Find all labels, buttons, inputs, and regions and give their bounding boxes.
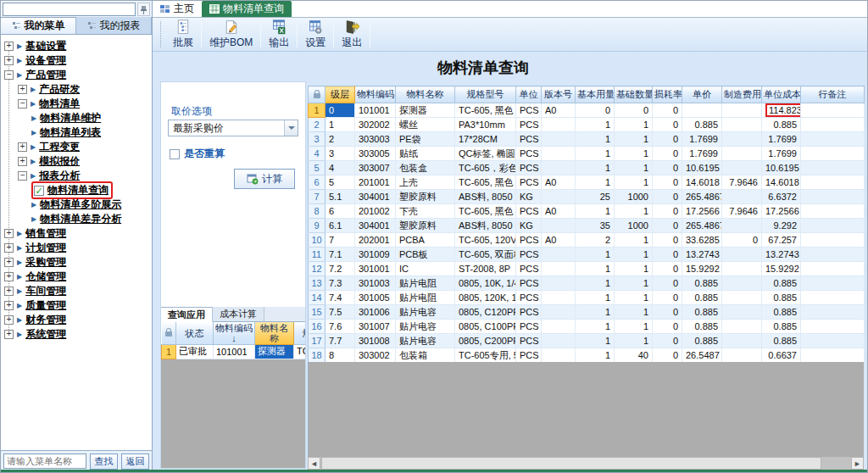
cell[interactable] [542,262,576,276]
row-number-cell[interactable]: 17 [309,334,326,348]
column-header[interactable]: 基础数量 [615,86,653,103]
cell[interactable]: 0 [653,132,682,147]
cell[interactable] [542,161,576,175]
tree-item-label[interactable]: 物料清单多阶展示 [40,198,121,212]
expand-icon[interactable]: + [4,229,14,238]
cell[interactable]: 贴纸 [396,147,455,161]
cell[interactable]: 17.2566 [762,204,801,219]
cell[interactable]: 0805, C100PF [455,320,516,334]
cell[interactable]: 14.6018 [682,175,722,190]
cell[interactable]: 0805, C200PF [455,334,516,348]
cell[interactable]: 0.885 [762,291,801,305]
cell[interactable] [542,190,576,204]
row-number-cell[interactable]: 8 [309,204,326,219]
cell[interactable]: PA3*10mm [455,118,516,132]
cell[interactable]: 13.2743 [762,248,801,262]
cell[interactable]: 15.9292 [682,262,722,276]
table-row[interactable]: 147.4301005贴片电阻0805, 120K, 1/4W,PCS1100.… [309,291,865,305]
cell[interactable] [542,334,576,348]
cell[interactable] [722,291,762,305]
expand-icon[interactable]: + [4,272,14,281]
column-header[interactable]: 单位成本 [762,86,801,103]
cell[interactable]: PCS [516,118,542,132]
cell[interactable]: 114.8234 [762,103,801,118]
recalc-checkbox-row[interactable]: 是否重算 [170,147,225,161]
cell[interactable]: 7 [326,233,355,248]
cell[interactable]: 1000 [615,219,653,233]
expand-icon[interactable]: + [18,142,27,152]
cell[interactable]: 下壳 [396,204,455,219]
cell[interactable]: 301003 [355,276,396,291]
tree-item-label[interactable]: 车间管理 [25,284,66,298]
tree-item-label[interactable]: 物料清单维护 [40,111,101,125]
column-header[interactable]: 物料编码 [355,86,396,103]
row-number-cell[interactable]: 1 [309,103,326,118]
column-header[interactable]: 物料编码 ↓ [214,322,255,344]
cell[interactable]: 1000 [615,190,653,204]
tree-item[interactable]: +▶模拟报价 [1,154,152,169]
sidebar-tab-my-reports[interactable]: 我的报表 [76,17,152,34]
cell[interactable]: 0 [653,190,682,204]
cell[interactable]: 0 [653,118,682,132]
tree-item[interactable]: ▶物料清单差异分析 [1,212,152,226]
cell[interactable]: PCS [516,103,542,118]
cell[interactable]: PCS [516,305,542,320]
tree-item[interactable]: ▶物料清单维护 [1,111,152,125]
collapse-icon[interactable]: − [18,171,27,181]
column-header[interactable]: 制造费用 [722,86,762,103]
cell[interactable]: 塑胶原料 [396,190,455,204]
column-header[interactable]: 损耗率 [653,86,682,103]
table-row[interactable]: 43303005贴纸QC标签, 椭圆形PCS1101.76991.7699 [309,147,865,161]
cell[interactable] [722,103,762,118]
cell[interactable]: PCS [516,175,542,190]
find-button[interactable]: 查找 [90,454,118,470]
tree-item-label[interactable]: 产品研发 [39,82,80,97]
cell[interactable]: A0 [542,204,576,219]
expand-icon[interactable]: + [4,315,14,325]
recalc-checkbox[interactable] [170,149,180,159]
cell[interactable]: 贴片电容 [396,334,455,348]
tree-item[interactable]: +▶计划管理 [1,241,152,255]
cell[interactable]: 1 [576,291,615,305]
column-header[interactable]: 物料名称 [396,86,455,103]
cell[interactable]: 1 [576,262,615,276]
batch-expand-button[interactable]: 批展 [166,18,200,51]
horizontal-scrollbar[interactable]: ◄ ► [308,457,864,470]
cell[interactable]: 0 [653,348,682,363]
cell[interactable]: 33.6285 [682,233,722,248]
row-number-cell[interactable]: 4 [309,147,326,161]
cell[interactable]: ABS料, 8050 [455,219,516,233]
cell[interactable]: 303002 [355,348,396,363]
column-header[interactable]: 单价 [682,86,722,103]
cell[interactable]: 9.292 [762,219,801,233]
cell[interactable] [722,248,762,262]
cell[interactable] [801,320,865,334]
cell[interactable]: 贴片电阻 [396,276,455,291]
row-number-cell[interactable]: 15 [309,305,326,320]
cell[interactable]: 0 [653,291,682,305]
cell[interactable]: PCBA [396,233,455,248]
cell[interactable]: 7.4 [326,291,355,305]
settings-button[interactable]: 设置 [298,18,332,51]
cell[interactable]: PCS [516,348,542,363]
cell[interactable]: KG [516,219,542,233]
cell[interactable]: 301009 [355,248,396,262]
cell-code[interactable]: 101001 [214,344,255,359]
cell[interactable]: 14.6018 [762,175,801,190]
cell[interactable]: 1 [615,276,653,291]
table-row[interactable]: 86201002下壳TC-605, 黑色PCSA011017.25667.964… [309,204,865,219]
cell[interactable]: 0 [576,103,615,118]
cell[interactable] [801,305,865,320]
cell[interactable]: 201002 [355,204,396,219]
cell[interactable]: 0.885 [762,118,801,132]
cell[interactable]: 贴片电容 [396,320,455,334]
row-number-cell[interactable]: 2 [309,118,326,132]
cell[interactable]: 1 [576,248,615,262]
cell[interactable] [722,147,762,161]
cell[interactable]: 0805, 10K, 1/4W, 1 [455,276,516,291]
column-header[interactable]: 行备注 [801,86,865,103]
cell[interactable]: 1 [576,305,615,320]
cell[interactable]: 贴片电容 [396,305,455,320]
tree-item-label[interactable]: 计划管理 [25,241,66,255]
cell[interactable]: PCS [516,233,542,248]
